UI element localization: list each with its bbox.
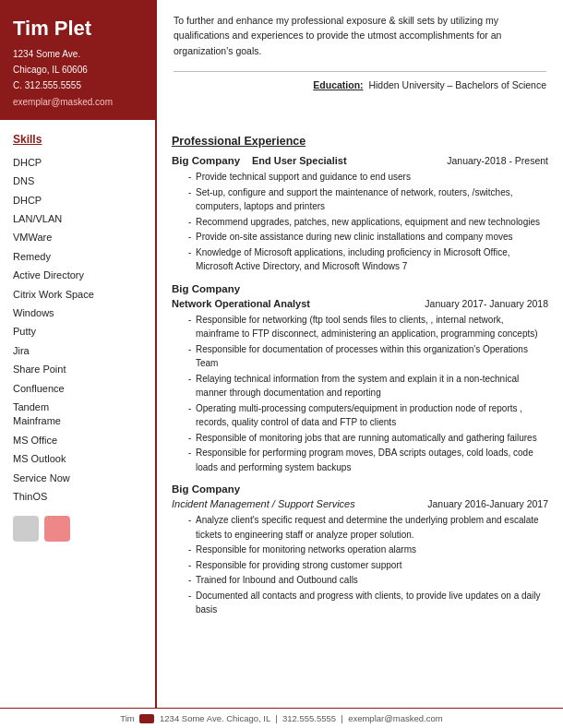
job-3-company: Big Company [172, 483, 240, 495]
job-2-title: Network Operational Analyst [172, 298, 310, 309]
skill-confluence: Confluence [13, 379, 146, 398]
skill-tandem: TandemMainframe [13, 398, 146, 431]
skills-title: Skills [13, 133, 146, 146]
skill-remedy: Remedy [13, 247, 146, 266]
job-3-bullet-1: Analyze client's specific request and de… [188, 513, 548, 542]
section-title: Professional Experience [172, 135, 548, 148]
job-2-company: Big Company [172, 283, 240, 294]
job-3-bullets: Analyze client's specific request and de… [188, 513, 548, 617]
skill-jira: Jira [13, 341, 146, 360]
footer-address: 1234 Some Ave. Chicago, IL [160, 713, 270, 723]
education-value: Hidden University – Bachelors of Science [368, 79, 546, 90]
skill-lan: LAN/VLAN [13, 210, 146, 229]
header: Tim Plet 1234 Some Ave. Chicago, IL 6060… [0, 0, 563, 120]
skill-windows: Windows [13, 304, 146, 323]
resume-page: Tim Plet 1234 Some Ave. Chicago, IL 6060… [0, 0, 563, 728]
skill-msoffice: MS Office [13, 431, 146, 449]
skill-putty: Putty [13, 323, 146, 341]
main-body: Skills DHCP DNS DHCP LAN/VLAN VMWare Rem… [0, 120, 563, 707]
job-3-bullet-4: Trained for Inbound and Outbound calls [188, 573, 548, 588]
skill-citrix: Citrix Work Space [13, 285, 146, 304]
job-2-dates: January 2017- January 2018 [425, 298, 548, 309]
education-label: Education: [313, 79, 363, 90]
job-3-bullet-2: Responsible for monitoring networks oper… [188, 543, 548, 557]
job-1-dates: January-2018 - Present [447, 155, 548, 166]
job-1-bullets: Provide technical support and guidance t… [188, 170, 548, 274]
skill-sharepoint: Share Point [13, 361, 146, 379]
job-1-bullet-5: Knowledge of Microsoft applications, inc… [188, 245, 548, 274]
job-2-header: Network Operational Analyst January 2017… [172, 298, 548, 309]
footer-name: Tim [120, 713, 134, 723]
header-left: Tim Plet 1234 Some Ave. Chicago, IL 6060… [0, 0, 157, 120]
skill-icon-2 [44, 516, 70, 542]
job-1-title: End User Specialist [252, 155, 347, 166]
skill-msoutlook: MS Outlook [13, 450, 146, 469]
skill-dhcp-2: DHCP [13, 191, 146, 209]
job-2-bullet-6: Responsible for performing program moves… [188, 446, 548, 474]
job-1-bullet-1: Provide technical support and guidance t… [188, 170, 548, 185]
skill-servicenow: Service Now [13, 469, 146, 487]
skill-vmware: VMWare [13, 229, 146, 247]
footer-phone: 312.555.5555 [282, 713, 336, 723]
job-2-bullet-4: Operating multi-processing computers/equ… [188, 401, 548, 430]
education-line: Education: Hidden University – Bachelors… [174, 79, 546, 90]
job-3-bullet-3: Responsible for providing strong custome… [188, 558, 548, 573]
job-3-company-line: Big Company [172, 483, 548, 495]
content: Professional Experience Big Company End … [157, 120, 563, 707]
job-3-title: Incident Management / Support Services [172, 498, 355, 509]
skill-dns: DNS [13, 173, 146, 191]
job-1-bullet-4: Provide on-site assistance during new cl… [188, 230, 548, 245]
footer: Tim 1234 Some Ave. Chicago, IL | 312.555… [0, 708, 563, 728]
job-2-bullet-2: Responsible for documentation of process… [188, 342, 548, 371]
header-name: Tim Plet [13, 17, 91, 41]
job-1-bullet-2: Set-up, configure and support the mainte… [188, 185, 548, 214]
job-3-bullet-5: Documented all contacts and progress wit… [188, 589, 548, 617]
header-summary: To further and enhance my professional e… [174, 13, 546, 58]
header-right: To further and enhance my professional e… [157, 0, 563, 120]
job-2-bullet-3: Relaying technical information from the … [188, 372, 548, 400]
header-divider [174, 71, 546, 72]
job-3-header: Incident Management / Support Services J… [172, 498, 548, 509]
job-1-company: Big Company End User Specialist [172, 155, 347, 166]
job-1-bullet-3: Recommend upgrades, patches, new applica… [188, 215, 548, 230]
job-2-bullet-1: Responsible for networking (ftp tool sen… [188, 313, 548, 341]
skill-thinos: ThinOS [13, 487, 146, 506]
sidebar: Skills DHCP DNS DHCP LAN/VLAN VMWare Rem… [0, 120, 157, 707]
skill-icons [13, 516, 146, 542]
skill-icon-1 [13, 516, 39, 542]
skill-dhcp-1: DHCP [13, 153, 146, 172]
header-address1: 1234 Some Ave. Chicago, IL 60606 C. 312.… [13, 46, 88, 93]
header-email: exemplar@masked.com [13, 97, 113, 107]
job-2-bullet-5: Responsible of monitoring jobs that are … [188, 431, 548, 446]
job-2-bullets: Responsible for networking (ftp tool sen… [188, 313, 548, 475]
footer-email: exemplar@masked.com [348, 713, 443, 723]
footer-icon [139, 714, 154, 723]
job-3-dates: January 2016-January 2017 [427, 498, 548, 509]
skill-active-directory: Active Directory [13, 267, 146, 285]
job-2-company-line: Big Company [172, 283, 548, 294]
job-1-header: Big Company End User Specialist January-… [172, 155, 548, 166]
